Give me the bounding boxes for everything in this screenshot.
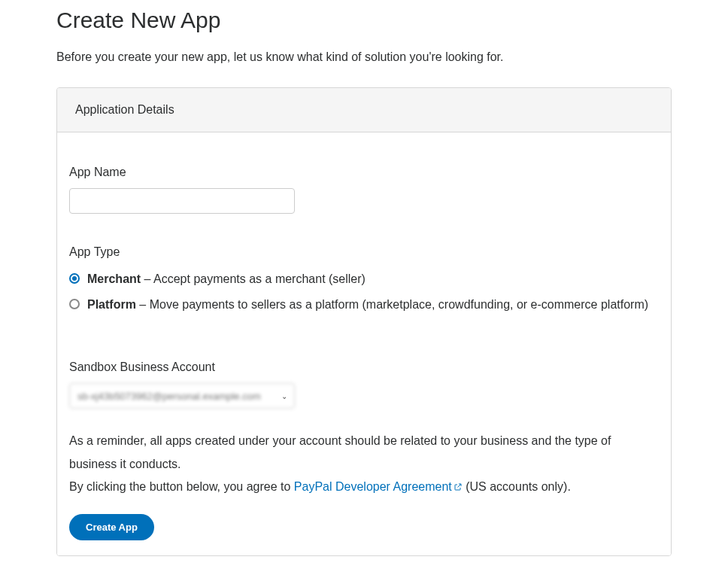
option-desc: Move payments to sellers as a platform (…: [150, 298, 648, 311]
external-link-icon: [453, 476, 463, 499]
select-value[interactable]: sb-xj43b5073962@personal.example.com: [69, 383, 295, 409]
panel-body: App Name App Type Merchant – Accept paym…: [57, 132, 671, 555]
agree-prefix: By clicking the button below, you agree …: [69, 480, 294, 493]
radio-label: Platform – Move payments to sellers as a…: [87, 295, 659, 315]
reminder-text: As a reminder, all apps created under yo…: [69, 430, 659, 499]
app-name-label: App Name: [69, 166, 659, 179]
app-type-radio-group: Merchant – Accept payments as a merchant…: [69, 269, 659, 314]
reminder-line1: As a reminder, all apps created under yo…: [69, 434, 611, 470]
option-sep: –: [136, 298, 150, 311]
application-details-panel: Application Details App Name App Type Me…: [56, 87, 672, 556]
page-subtitle: Before you create your new app, let us k…: [56, 48, 672, 66]
app-type-label: App Type: [69, 245, 659, 259]
page-title: Create New App: [56, 8, 672, 33]
option-name: Platform: [87, 298, 136, 311]
option-sep: –: [141, 272, 153, 285]
radio-icon[interactable]: [69, 273, 80, 284]
app-name-input[interactable]: [69, 188, 295, 214]
option-name: Merchant: [87, 272, 141, 285]
panel-header: Application Details: [57, 88, 671, 132]
create-app-button[interactable]: Create App: [69, 514, 154, 540]
app-type-option-merchant[interactable]: Merchant – Accept payments as a merchant…: [69, 269, 659, 289]
sandbox-account-select[interactable]: sb-xj43b5073962@personal.example.com ⌄: [69, 383, 295, 409]
agree-suffix: (US accounts only).: [463, 480, 571, 493]
radio-label: Merchant – Accept payments as a merchant…: [87, 269, 659, 289]
app-type-option-platform[interactable]: Platform – Move payments to sellers as a…: [69, 295, 659, 315]
developer-agreement-link[interactable]: PayPal Developer Agreement: [294, 480, 463, 493]
radio-icon[interactable]: [69, 299, 80, 309]
sandbox-account-label: Sandbox Business Account: [69, 360, 659, 374]
option-desc: Accept payments as a merchant (seller): [153, 272, 366, 285]
